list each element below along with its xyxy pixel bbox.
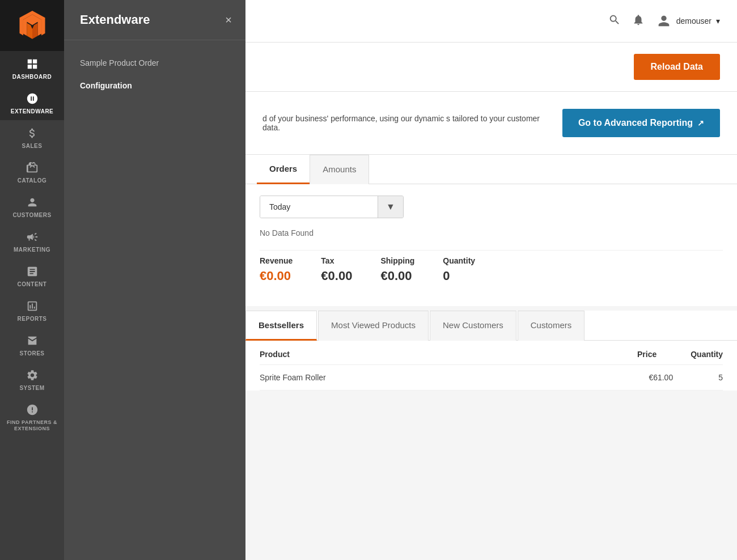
- orders-content: ▼ No Data Found Revenue €0.00 Tax €0.00 …: [245, 184, 737, 306]
- submenu-item-sample-product-order[interactable]: Sample Product Order: [64, 52, 245, 74]
- sidebar-item-content[interactable]: CONTENT: [0, 258, 64, 293]
- stats-row: Revenue €0.00 Tax €0.00 Shipping €0.00 Q…: [260, 250, 723, 295]
- stat-quantity-label: Quantity: [443, 256, 475, 265]
- sidebar-item-stores[interactable]: STORES: [0, 328, 64, 362]
- stat-shipping: Shipping €0.00: [380, 256, 414, 283]
- sidebar-item-marketing[interactable]: MARKETING: [0, 224, 64, 258]
- main-content: demouser ▾ Reload Data d of your busines…: [245, 0, 737, 560]
- advanced-reporting-section: d of your business' performance, using o…: [245, 92, 737, 155]
- stat-revenue-label: Revenue: [260, 256, 293, 265]
- marketing-icon: [26, 231, 39, 243]
- stat-tax: Tax €0.00: [321, 256, 352, 283]
- customers-icon: [26, 196, 39, 209]
- advanced-reporting-description: d of your business' performance, using o…: [262, 114, 546, 132]
- sidebar-item-label: CONTENT: [18, 281, 47, 287]
- tab-customers[interactable]: Customers: [518, 311, 585, 341]
- submenu-item-configuration[interactable]: Configuration: [64, 74, 245, 97]
- system-icon: [26, 369, 39, 381]
- external-link-icon: ↗: [697, 118, 704, 128]
- sidebar-item-label: REPORTS: [18, 316, 47, 322]
- reload-section: Reload Data: [245, 43, 737, 92]
- adv-reporting-btn-label: Go to Advanced Reporting: [578, 118, 693, 128]
- reports-icon: [26, 300, 39, 312]
- tab-orders[interactable]: Orders: [257, 155, 310, 184]
- submenu-panel: Extendware × Sample Product Order Config…: [64, 0, 245, 560]
- notifications-icon[interactable]: [632, 14, 645, 29]
- sidebar-item-label: FIND PARTNERS & EXTENSIONS: [3, 419, 61, 432]
- tab-bestsellers[interactable]: Bestsellers: [245, 311, 317, 341]
- product-quantity: 5: [718, 373, 723, 382]
- stat-quantity: Quantity 0: [443, 256, 475, 283]
- stat-revenue: Revenue €0.00: [260, 256, 293, 283]
- col-header-quantity: Quantity: [691, 350, 723, 359]
- submenu-title: Extendware: [80, 12, 150, 27]
- find-partners-icon: [26, 404, 39, 416]
- orders-tabs-bar: Orders Amounts: [245, 155, 737, 184]
- submenu-header: Extendware ×: [64, 0, 245, 40]
- stat-tax-value: €0.00: [321, 269, 352, 283]
- tab-new-customers[interactable]: New Customers: [430, 311, 516, 341]
- sidebar-item-label: STORES: [20, 350, 45, 357]
- product-name: Sprite Foam Roller: [260, 373, 326, 382]
- product-table-header: Product Price Quantity: [260, 341, 723, 365]
- top-header: demouser ▾: [245, 0, 737, 43]
- stat-shipping-label: Shipping: [380, 256, 414, 265]
- stores-icon: [26, 334, 39, 347]
- sidebar-item-catalog[interactable]: CATALOG: [0, 155, 64, 189]
- sidebar-item-label: CUSTOMERS: [12, 212, 51, 218]
- sidebar-item-label: SALES: [22, 143, 43, 149]
- extendware-icon: [26, 92, 39, 105]
- submenu-items: Sample Product Order Configuration: [64, 40, 245, 108]
- user-icon: [656, 13, 672, 29]
- table-row: Sprite Foam Roller €61.00 5: [260, 365, 723, 391]
- stat-revenue-value: €0.00: [260, 269, 293, 283]
- tab-amounts[interactable]: Amounts: [310, 155, 369, 184]
- stat-shipping-value: €0.00: [380, 269, 414, 283]
- search-icon[interactable]: [608, 14, 621, 29]
- sidebar-item-system[interactable]: SYSTEM: [0, 362, 64, 397]
- header-user[interactable]: demouser ▾: [656, 13, 720, 29]
- product-table: Product Price Quantity Sprite Foam Rolle…: [245, 341, 737, 391]
- sidebar-item-dashboard[interactable]: DASHBOARD: [0, 51, 64, 86]
- date-select-wrapper: ▼: [260, 196, 404, 218]
- sidebar-item-find-partners[interactable]: FIND PARTNERS & EXTENSIONS: [0, 397, 64, 438]
- sidebar-item-label: DASHBOARD: [12, 74, 52, 80]
- magento-logo-icon: [18, 11, 47, 40]
- sidebar-item-customers[interactable]: CUSTOMERS: [0, 189, 64, 224]
- col-header-product: Product: [260, 350, 290, 359]
- adv-reporting-text: d of your business' performance, using o…: [262, 114, 540, 132]
- reload-data-button[interactable]: Reload Data: [634, 54, 720, 80]
- username-label: demouser: [676, 16, 711, 26]
- sidebar-item-sales[interactable]: SALES: [0, 120, 64, 155]
- product-price: €61.00: [649, 373, 673, 382]
- sidebar: DASHBOARD EXTENDWARE SALES CATALOG CUSTO…: [0, 0, 64, 560]
- date-select-dropdown-button[interactable]: ▼: [378, 196, 403, 218]
- content-icon: [26, 265, 39, 278]
- user-dropdown-icon: ▾: [716, 16, 720, 26]
- sidebar-item-reports[interactable]: REPORTS: [0, 293, 64, 328]
- bottom-tabs-bar: Bestsellers Most Viewed Products New Cus…: [245, 311, 737, 341]
- orders-section: Orders Amounts ▼ No Data Found Revenue €…: [245, 155, 737, 306]
- dashboard-icon: [26, 58, 39, 70]
- sidebar-item-extendware[interactable]: EXTENDWARE: [0, 86, 64, 120]
- sidebar-item-label: EXTENDWARE: [11, 108, 54, 114]
- date-select-input[interactable]: [260, 196, 378, 218]
- sidebar-item-label: MARKETING: [14, 247, 50, 253]
- bottom-section: Bestsellers Most Viewed Products New Cus…: [245, 306, 737, 391]
- stat-quantity-value: 0: [443, 269, 475, 283]
- tab-most-viewed[interactable]: Most Viewed Products: [318, 311, 429, 341]
- no-data-message: No Data Found: [260, 228, 723, 237]
- catalog-icon: [26, 162, 39, 174]
- sidebar-logo: [0, 0, 64, 51]
- submenu-close-button[interactable]: ×: [225, 14, 232, 27]
- advanced-reporting-button[interactable]: Go to Advanced Reporting ↗: [562, 109, 720, 137]
- sidebar-item-label: SYSTEM: [19, 385, 44, 391]
- sidebar-item-label: CATALOG: [18, 177, 46, 184]
- col-header-price: Price: [637, 350, 656, 359]
- stat-tax-label: Tax: [321, 256, 352, 265]
- sales-icon: [26, 127, 39, 139]
